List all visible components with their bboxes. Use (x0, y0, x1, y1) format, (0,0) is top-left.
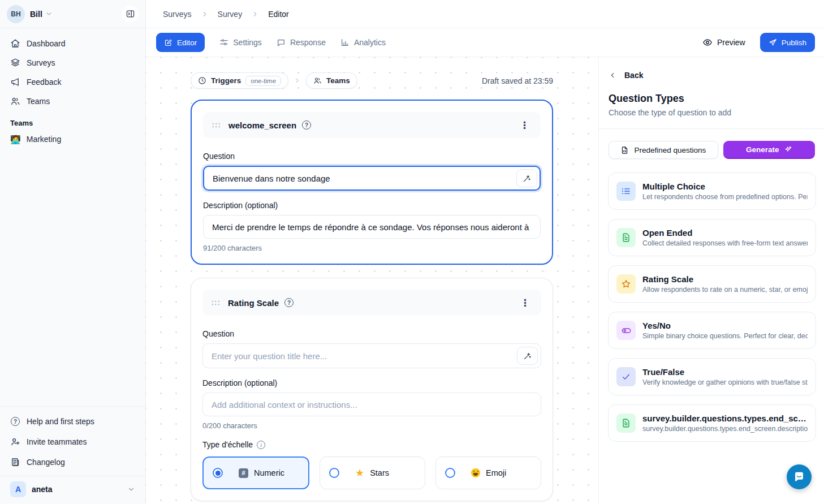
drag-handle-icon[interactable] (211, 122, 221, 129)
question-card-title: welcome_screen (228, 120, 296, 130)
breadcrumb-editor: Editor (268, 10, 289, 19)
survey-editor-app: BH Bill Dashboard Surveys (0, 0, 824, 504)
users-icon (313, 76, 322, 85)
sidebar-collapse-button[interactable] (122, 6, 139, 23)
breadcrumb: Surveys Survey Editor (146, 0, 824, 28)
question-card-body: Question Description (optional) 0/200 ch… (191, 316, 553, 501)
editor-toolbar: Editor Settings Response Analytics Previ… (146, 28, 824, 57)
sidebar-item-feedback[interactable]: Feedback (6, 72, 140, 92)
sidebar-item-changelog[interactable]: Changelog (6, 452, 140, 472)
question-title-input[interactable] (203, 166, 541, 191)
question-description-input[interactable] (202, 393, 541, 416)
question-type-title: Rating Scale (642, 274, 808, 284)
question-type-rating-scale[interactable]: Rating Scale Allow respondents to rate o… (608, 265, 816, 303)
question-card-header: Rating Scale ? ⋮ (202, 290, 541, 316)
description-label: Description (optional) (203, 201, 541, 210)
breadcrumb-surveys[interactable]: Surveys (163, 10, 192, 19)
chevron-right-icon (251, 10, 259, 18)
tab-response[interactable]: Response (277, 38, 326, 47)
chat-launcher-button[interactable] (787, 464, 812, 489)
info-icon[interactable]: i (257, 441, 265, 449)
chevron-down-icon (127, 485, 135, 493)
preview-button[interactable]: Preview (702, 37, 745, 48)
question-card-rating-scale[interactable]: Rating Scale ? ⋮ Question Description (o… (191, 278, 553, 501)
workspace-switcher[interactable]: BH Bill (0, 0, 145, 28)
back-label: Back (624, 71, 643, 80)
sidebar-item-dashboard[interactable]: Dashboard (6, 34, 140, 53)
users-icon (10, 96, 20, 106)
chevron-down-icon (45, 10, 53, 18)
sidebar-item-teams[interactable]: Teams (6, 92, 140, 111)
send-icon (769, 38, 777, 47)
file-text-icon (616, 228, 636, 247)
generate-button[interactable]: Generate (723, 141, 815, 159)
megaphone-icon (10, 77, 20, 87)
chat-bubble-icon (792, 469, 806, 484)
sidebar-item-surveys[interactable]: Surveys (6, 53, 140, 72)
workspace-name: Bill (30, 10, 42, 19)
chevron-right-icon (294, 77, 301, 84)
generate-label: Generate (746, 145, 779, 154)
teams-section-label: Teams (0, 111, 145, 130)
question-type-true-false[interactable]: True/False Verify knowledge or gather op… (608, 358, 816, 395)
magic-wand-button[interactable] (517, 347, 538, 365)
question-type-description: Verify knowledge or gather opinions with… (642, 378, 808, 386)
back-button[interactable]: Back (609, 71, 815, 80)
sidebar-item-label: Changelog (27, 458, 65, 467)
radio-icon (329, 468, 339, 478)
question-type-end-screen[interactable]: survey.builder.questions.types.end_scr..… (608, 404, 816, 442)
question-type-description: survey.builder.questions.types.end_scree… (642, 425, 808, 433)
question-type-yes-no[interactable]: Yes/No Simple binary choice questions. P… (608, 312, 816, 349)
sidebar-footer: ? Help and first steps Invite teammates … (0, 406, 145, 504)
teams-pill[interactable]: Teams (306, 72, 357, 89)
sidebar-team-marketing[interactable]: 🧑‍💻 Marketing (0, 130, 145, 149)
publish-button[interactable]: Publish (760, 33, 815, 52)
question-type-title: Open Ended (642, 228, 808, 238)
question-type-open-ended[interactable]: Open Ended Collect detailed responses wi… (608, 219, 816, 256)
question-description-input[interactable] (203, 215, 541, 239)
org-switcher[interactable]: A aneta (0, 476, 145, 504)
scale-option-emoji[interactable]: Emoji (435, 456, 541, 489)
question-type-description: Let respondents choose from predefined o… (642, 193, 808, 201)
help-circle-icon[interactable]: ? (302, 120, 311, 130)
panel-right-icon (126, 9, 135, 19)
scale-option-stars[interactable]: ★ Stars (320, 456, 425, 489)
character-count: 91/200 characters (203, 244, 541, 252)
predefined-questions-button[interactable]: Predefined questions (609, 141, 718, 159)
question-title-input[interactable] (202, 343, 541, 368)
sidebar-item-invite[interactable]: Invite teammates (6, 432, 140, 452)
tab-editor[interactable]: Editor (156, 33, 205, 52)
divider (599, 128, 824, 129)
question-type-title: True/False (642, 367, 808, 377)
tab-label: Analytics (354, 38, 386, 47)
kebab-menu-icon[interactable]: ⋮ (517, 296, 533, 310)
sliders-icon (219, 38, 228, 47)
chevron-right-icon (201, 10, 209, 18)
workspace-avatar: BH (7, 5, 25, 23)
scale-option-label: Numeric (254, 468, 284, 477)
list-icon (616, 182, 636, 201)
breadcrumb-survey[interactable]: Survey (218, 10, 243, 19)
kebab-menu-icon[interactable]: ⋮ (516, 118, 533, 132)
triggers-pill[interactable]: Triggers one-time (191, 72, 288, 89)
question-type-description: Simple binary choice questions. Perfect … (642, 332, 808, 340)
question-card-body: Question Description (optional) 91/200 c… (192, 138, 552, 264)
publish-label: Publish (782, 38, 806, 47)
sidebar-item-help[interactable]: ? Help and first steps (6, 411, 140, 432)
question-card-welcome-screen[interactable]: welcome_screen ? ⋮ Question Description … (191, 100, 553, 265)
question-type-title: Yes/No (642, 321, 808, 330)
sidebar-item-label: Invite teammates (27, 437, 87, 446)
drag-handle-icon[interactable] (210, 299, 220, 307)
description-label: Description (optional) (202, 378, 541, 387)
message-square-icon (277, 38, 286, 47)
question-type-multiple-choice[interactable]: Multiple Choice Let respondents choose f… (608, 173, 816, 210)
sparkles-icon (784, 145, 792, 154)
clock-icon (198, 76, 206, 85)
question-label: Question (203, 152, 541, 161)
magic-wand-button[interactable] (516, 169, 537, 187)
file-text-icon (616, 413, 636, 433)
tab-settings[interactable]: Settings (219, 38, 262, 47)
scale-option-numeric[interactable]: # Numeric (202, 456, 309, 489)
help-circle-icon[interactable]: ? (284, 298, 294, 307)
tab-analytics[interactable]: Analytics (340, 38, 386, 47)
